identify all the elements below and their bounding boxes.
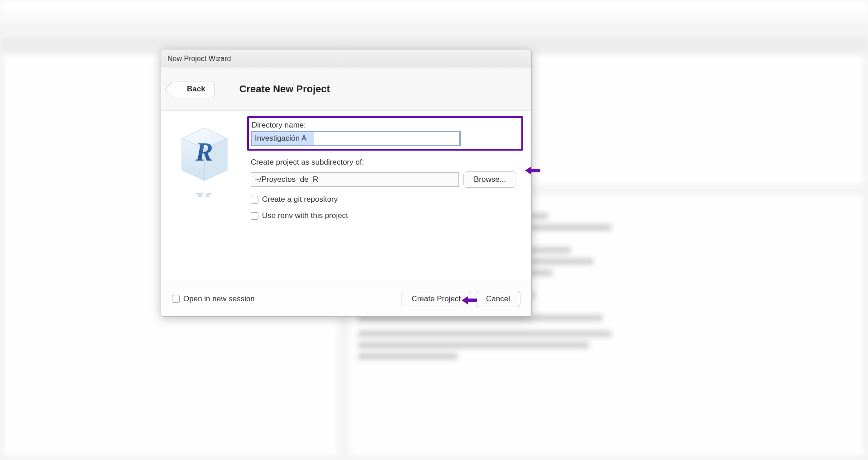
cancel-button[interactable]: Cancel: [476, 291, 520, 307]
open-new-session-row[interactable]: Open in new session: [172, 294, 255, 304]
renv-checkbox[interactable]: [251, 212, 258, 220]
directory-name-input[interactable]: [252, 132, 460, 145]
cancel-button-label: Cancel: [486, 294, 510, 303]
dialog-body: R R Directory name: Create project as su…: [161, 111, 531, 281]
open-new-session-checkbox[interactable]: [172, 295, 180, 303]
subdirectory-row: Browse...: [251, 171, 520, 188]
directory-name-highlight: Directory name:: [247, 116, 523, 151]
directory-name-label: Directory name:: [252, 121, 519, 130]
dialog-header: Back Create New Project: [161, 67, 531, 111]
dialog-heading: Create New Project: [239, 83, 330, 95]
browse-button[interactable]: Browse...: [463, 171, 516, 188]
git-checkbox-label: Create a git repository: [262, 195, 338, 204]
create-project-button-label: Create Project: [411, 294, 461, 303]
form-area: Directory name: Create project as subdir…: [251, 120, 520, 276]
create-project-button[interactable]: Create Project: [401, 291, 471, 307]
back-button-label: Back: [187, 85, 205, 94]
r-project-icon: R R: [173, 123, 236, 197]
dialog-footer: Open in new session Create Project Cance…: [161, 281, 531, 316]
renv-checkbox-row[interactable]: Use renv with this project: [251, 211, 520, 220]
subdirectory-label: Create project as subdirectory of:: [251, 158, 520, 167]
new-project-wizard-dialog: New Project Wizard Back Create New Proje…: [161, 50, 532, 317]
dialog-titlebar: New Project Wizard: [161, 50, 531, 67]
open-new-session-label: Open in new session: [183, 294, 255, 304]
svg-text:R: R: [195, 187, 213, 197]
renv-checkbox-label: Use renv with this project: [262, 211, 348, 220]
git-checkbox-row[interactable]: Create a git repository: [251, 195, 520, 204]
browse-button-label: Browse...: [474, 175, 506, 184]
subdirectory-input[interactable]: [251, 172, 459, 187]
dialog-title: New Project Wizard: [167, 55, 231, 63]
svg-text:R: R: [195, 137, 213, 166]
back-button[interactable]: Back: [173, 81, 215, 97]
git-checkbox[interactable]: [251, 196, 258, 204]
